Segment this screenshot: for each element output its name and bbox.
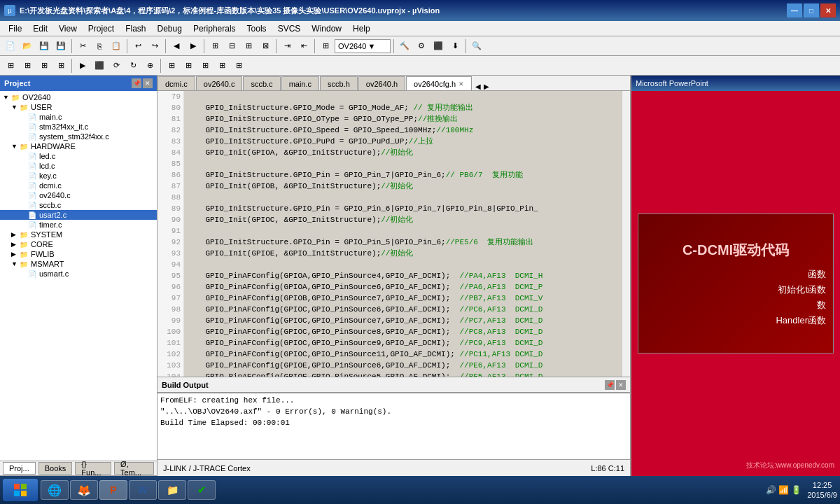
menu-flash[interactable]: Flash: [120, 22, 151, 35]
clear-mark[interactable]: ⊠: [258, 38, 273, 54]
taskbar-green[interactable]: ✔: [188, 480, 216, 500]
tab-scroll-right[interactable]: ▶: [484, 83, 489, 90]
copy-button[interactable]: ⎘: [92, 38, 107, 54]
menu-view[interactable]: View: [53, 22, 83, 35]
save-button[interactable]: 💾: [36, 38, 52, 54]
taskbar-word[interactable]: W: [129, 480, 157, 500]
rebuild-button[interactable]: ⚙: [414, 38, 429, 54]
taskbar-explorer[interactable]: 📁: [158, 480, 186, 500]
tree-item-timerc[interactable]: 📄 timer.c: [0, 220, 157, 230]
tab-close-icon[interactable]: ✕: [458, 80, 464, 88]
menu-peripherals[interactable]: Peripherals: [188, 22, 241, 35]
tree-item-fwlib[interactable]: ▶ 📁 FWLIB: [0, 249, 157, 259]
tb2-btn11[interactable]: ⊞: [181, 58, 196, 74]
tree-item-lcdc[interactable]: 📄 lcd.c: [0, 161, 157, 171]
editor-scrollbar[interactable]: [622, 91, 630, 377]
menu-svcs[interactable]: SVCS: [272, 22, 307, 35]
indent-button[interactable]: ⇥: [279, 38, 295, 54]
tab-ov2640c[interactable]: ov2640.c: [196, 76, 243, 90]
paste-button[interactable]: 📋: [108, 38, 124, 54]
panel-pin-button[interactable]: 📌: [132, 78, 141, 88]
tree-item-system-folder[interactable]: ▶ 📁 SYSTEM: [0, 230, 157, 239]
open-button[interactable]: 📂: [20, 38, 35, 54]
tree-item-usmartc[interactable]: 📄 usmart.c: [0, 269, 157, 279]
tree-item-keyc[interactable]: 📄 key.c: [0, 171, 157, 181]
tab-sccbc[interactable]: sccb.c: [243, 76, 280, 90]
tb2-btn12[interactable]: ⊞: [197, 58, 213, 74]
menu-file[interactable]: File: [3, 22, 27, 35]
tree-item-ov2640c[interactable]: 📄 ov2640.c: [0, 190, 157, 200]
tree-item-sccbc[interactable]: 📄 sccb.c: [0, 200, 157, 210]
tree-item-mainc[interactable]: 📄 main.c: [0, 112, 157, 122]
build-output-close[interactable]: ✕: [616, 380, 626, 390]
code-content[interactable]: GPIO_InitStructure.GPIO_Mode = GPIO_Mode…: [184, 91, 622, 377]
build-button[interactable]: 🔨: [397, 38, 412, 54]
tab-proj[interactable]: Proj...: [3, 462, 36, 475]
tb2-btn9[interactable]: ⊕: [142, 58, 158, 74]
tree-item-ov2640[interactable]: ▼ 📁 OV2640: [0, 92, 157, 102]
undo-button[interactable]: ↩: [130, 38, 146, 54]
tab-ov2640cfgh[interactable]: ov2640cfg.h ✕: [406, 76, 472, 90]
target-select[interactable]: ⊞: [318, 38, 333, 54]
tb2-btn1[interactable]: ⊞: [3, 58, 18, 74]
save-all-button[interactable]: 💾: [53, 38, 69, 54]
minimize-button[interactable]: —: [787, 4, 802, 18]
taskbar-ppt[interactable]: P: [99, 480, 127, 500]
menu-debug[interactable]: Debug: [152, 22, 188, 35]
tab-scroll-left[interactable]: ◀: [475, 83, 481, 90]
outdent-button[interactable]: ⇤: [296, 38, 312, 54]
tree-item-usart2c[interactable]: 📄 usart2.c: [0, 210, 157, 220]
tab-books[interactable]: Books: [38, 462, 73, 475]
tb2-btn2[interactable]: ⊞: [20, 58, 35, 74]
cut-button[interactable]: ✂: [75, 38, 90, 54]
download-button[interactable]: ⬇: [447, 38, 463, 54]
menu-edit[interactable]: Edit: [27, 22, 53, 35]
tab-dcmic[interactable]: dcmi.c: [158, 76, 195, 90]
tb2-btn13[interactable]: ⊞: [214, 58, 230, 74]
maximize-button[interactable]: □: [804, 4, 819, 18]
menu-project[interactable]: Project: [83, 22, 120, 35]
tree-item-system[interactable]: 📄 system_stm32f4xx.c: [0, 132, 157, 141]
tree-item-hardware[interactable]: ▼ 📁 HARDWARE: [0, 141, 157, 151]
bookmark-button[interactable]: ⊞: [207, 38, 223, 54]
forward-button[interactable]: ▶: [186, 38, 201, 54]
taskbar-firefox[interactable]: 🦊: [70, 480, 98, 500]
tb2-btn6[interactable]: ⬛: [92, 58, 107, 74]
menu-help[interactable]: Help: [347, 22, 376, 35]
tree-item-ledc[interactable]: 📄 led.c: [0, 151, 157, 161]
tb2-btn8[interactable]: ↻: [125, 58, 141, 74]
redo-button[interactable]: ↪: [147, 38, 162, 54]
tab-func[interactable]: {} Fun...: [75, 462, 111, 475]
tab-mainc[interactable]: main.c: [281, 76, 319, 90]
tb2-btn7[interactable]: ⟳: [108, 58, 124, 74]
target-dropdown[interactable]: OV2640 ▼: [335, 39, 391, 53]
tree-item-stm32it[interactable]: 📄 stm32f4xx_it.c: [0, 122, 157, 132]
menu-window[interactable]: Window: [306, 22, 347, 35]
next-mark[interactable]: ⊞: [241, 38, 256, 54]
stop-button[interactable]: ⬛: [430, 38, 446, 54]
tb2-btn4[interactable]: ⊞: [53, 58, 69, 74]
prev-mark[interactable]: ⊟: [224, 38, 239, 54]
tb2-btn10[interactable]: ⊞: [164, 58, 179, 74]
build-line-2: "..\..\OBJ\OV2640.axf" - 0 Error(s), 0 W…: [160, 406, 627, 417]
new-button[interactable]: 📄: [3, 38, 18, 54]
build-output-pin[interactable]: 📌: [605, 380, 615, 390]
tb2-btn14[interactable]: ⊞: [231, 58, 246, 74]
tab-ov2640h[interactable]: ov2640.h: [358, 76, 405, 90]
tab-sccbh[interactable]: sccb.h: [320, 76, 358, 90]
tab-templ[interactable]: Ø, Tem...: [114, 462, 154, 475]
tree-item-dcmic[interactable]: 📄 dcmi.c: [0, 181, 157, 190]
tree-item-user[interactable]: ▼ 📁 USER: [0, 102, 157, 112]
taskbar-ie[interactable]: 🌐: [41, 480, 69, 500]
close-button[interactable]: ✕: [820, 4, 836, 18]
back-button[interactable]: ◀: [169, 38, 184, 54]
title-controls: — □ ✕: [787, 4, 836, 18]
tree-item-core[interactable]: ▶ 📁 CORE: [0, 239, 157, 249]
tb2-btn5[interactable]: ▶: [75, 58, 90, 74]
start-button[interactable]: [3, 479, 38, 501]
search-button[interactable]: 🔍: [469, 38, 484, 54]
menu-tools[interactable]: Tools: [241, 22, 272, 35]
panel-close-button[interactable]: ✕: [143, 78, 153, 88]
tb2-btn3[interactable]: ⊞: [36, 58, 52, 74]
tree-item-msmart[interactable]: ▼ 📁 MSMART: [0, 259, 157, 269]
